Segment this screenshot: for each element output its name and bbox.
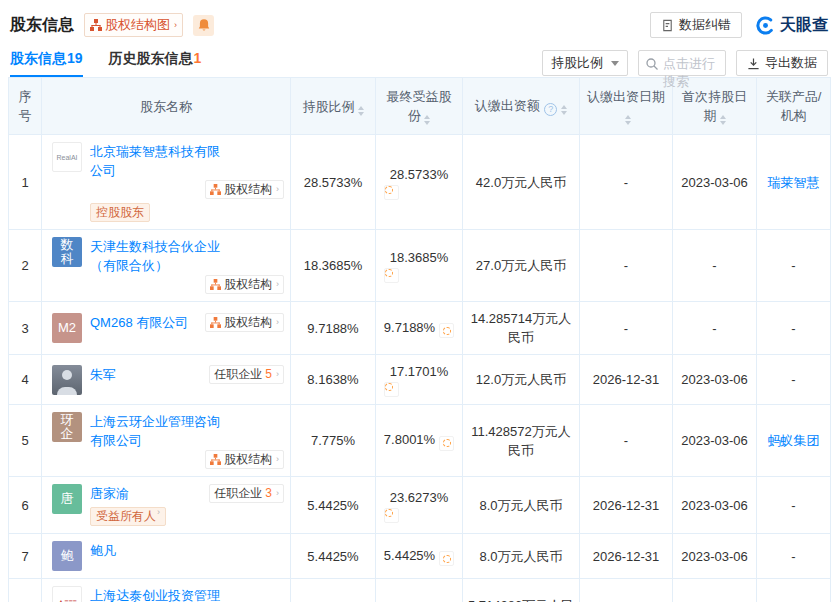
tab-history-shareholder-info[interactable]: 历史股东信息1 [109,50,202,77]
edit-document-icon [661,19,674,32]
shareholder-avatar[interactable]: 玡企 [52,412,82,442]
subscribed-date: 2026-12-31 [580,477,673,534]
subscribed-amount: 14.285714万元人民币 [463,302,580,355]
shareholder-avatar[interactable]: RealAI [52,142,82,172]
subscribed-date: - [580,405,673,477]
tab-shareholder-info[interactable]: 股东信息19 [10,50,83,77]
data-correction-button[interactable]: 数据纠错 [650,12,742,38]
subscribed-amount: 27.0万元人民币 [463,230,580,302]
subscribed-date: - [580,135,673,230]
row-index: 8 [9,579,42,602]
table-row: 2 数科 天津生数科技合伙企业（有限合伙） 股权结构› 18.3685% [9,230,831,302]
final-benefit-cell: 3.8875% [376,579,463,602]
org-chart-icon [210,279,221,290]
final-benefit-cell: 9.7188% [376,302,463,355]
sort-icon[interactable] [424,115,430,125]
shareholder-badge[interactable]: 任职企业3› [209,484,284,503]
equity-structure-chart-button[interactable]: 股权结构图 › [84,13,183,37]
shareholder-name-link[interactable]: 唐家渝 [90,484,129,503]
shareholder-name-link[interactable]: 北京瑞莱智慧科技有限公司 [90,142,222,180]
badge-label: 股权结构 [224,180,272,199]
tianyancha-logo-icon [756,16,775,35]
final-benefit-cell: 28.5733% [376,135,463,230]
table-row: 6 唐 唐家渝 任职企业3› 受益所有人› 5.4425% 23.627 [9,477,831,534]
help-icon[interactable]: ? [544,103,557,116]
related-product: - [757,230,831,302]
shareholder-avatar[interactable]: M2 [52,313,82,343]
equity-penetrate-icon[interactable] [439,436,454,451]
shareholder-name-link[interactable]: 上海云玡企业管理咨询有限公司 [90,412,222,450]
shareholder-name-link[interactable]: QM268 有限公司 [90,313,188,332]
shareholder-tags: 控股股东 [90,203,284,222]
shareholder-tag[interactable]: 受益所有人› [90,507,166,526]
org-chart-icon [210,184,221,195]
monitor-bell-button[interactable] [193,15,214,36]
shareholder-avatar[interactable]: 数科 [52,237,82,267]
shareholder-badge[interactable]: 股权结构› [205,180,284,199]
shareholder-name-link[interactable]: 鲍凡 [90,541,116,560]
related-product: 蚂蚁集团 [757,405,831,477]
related-product: - [757,534,831,579]
subscribed-date: 2026-12-31 [580,355,673,405]
shareholder-name-link[interactable]: 天津生数科技合伙企业（有限合伙） [90,237,222,275]
sort-icon[interactable] [358,106,364,116]
subscribed-date: 2026-12-31 [580,534,673,579]
final-ratio-text: 17.1701% [390,364,449,379]
shareholder-badge[interactable]: 股权结构› [205,313,284,332]
equity-penetrate-icon[interactable] [384,268,399,283]
subscribed-amount: 8.0万元人民币 [463,477,580,534]
final-ratio-text: 5.4425% [384,548,435,563]
row-index: 2 [9,230,42,302]
col-header-first-holding-date: 首次持股日期 [673,78,757,135]
shareholder-badge[interactable]: 股权结构› [205,450,284,469]
holding-ratio: 5.4425% [291,534,376,579]
related-product-link[interactable]: 瑞莱智慧 [768,175,820,190]
shareholder-name-link[interactable]: 上海达泰创业投资管理有限公司 [90,586,222,602]
equity-penetrate-icon[interactable] [439,551,454,566]
final-benefit-cell: 23.6273% [376,477,463,534]
holding-ratio: 9.7188% [291,302,376,355]
table-header-row: 序号 股东名称 持股比例 最终受益股份 认缴出资额 ? 认缴出资日期 首次持股日… [9,78,831,135]
sort-icon[interactable] [561,105,567,115]
holding-ratio: 7.775% [291,405,376,477]
search-input[interactable]: 点击进行搜索 [638,50,726,76]
shareholder-tag: 控股股东 [90,203,150,222]
row-index: 7 [9,534,42,579]
equity-penetrate-icon[interactable] [384,382,399,397]
caret-icon: › [276,318,279,327]
first-holding-date: - [673,579,757,602]
shareholder-badge[interactable]: 股权结构› [205,275,284,294]
badge-label: 股权结构 [224,450,272,469]
final-benefit-cell: 7.8001% [376,405,463,477]
equity-penetrate-icon[interactable] [384,508,399,523]
tianyancha-logo[interactable]: 天眼查 [756,15,828,36]
sort-icon[interactable] [625,115,631,125]
sort-by-dropdown[interactable]: 持股比例 [542,50,628,76]
shareholder-badge[interactable]: 任职企业5› [209,365,284,384]
final-ratio-text: 23.6273% [390,490,449,505]
org-chart-icon [210,317,221,328]
table-row: 4 朱军 任职企业5› 8.1638% 17.1701% [9,355,831,405]
shareholder-name-link[interactable]: 朱军 [90,365,116,384]
shareholder-avatar[interactable]: 唐 [52,484,82,514]
export-data-button[interactable]: 导出数据 [736,50,828,76]
shareholder-avatar[interactable] [52,365,82,395]
related-product-link[interactable]: 蚂蚁集团 [768,433,820,448]
sort-icon[interactable] [720,115,726,125]
related-product: - [757,302,831,355]
holding-ratio: 5.4425% [291,477,376,534]
bell-icon [197,18,211,32]
first-holding-date: 2023-03-06 [673,477,757,534]
caret-icon: › [276,455,279,464]
search-placeholder: 点击进行搜索 [663,55,719,91]
equity-penetrate-icon[interactable] [384,185,399,200]
shareholder-avatar[interactable]: ▲≡≡≡ [52,586,82,602]
badge-label: 任职企业 [214,365,262,384]
equity-penetrate-icon[interactable] [439,323,454,338]
table-controls: 持股比例 点击进行搜索 导出数据 [542,50,828,76]
shareholder-avatar[interactable]: 鲍 [52,541,82,571]
holding-ratio: 8.1638% [291,355,376,405]
row-index: 5 [9,405,42,477]
table-row: 3 M2 QM268 有限公司 股权结构› 9.7188% 9.718 [9,302,831,355]
subscribed-date: - [580,230,673,302]
